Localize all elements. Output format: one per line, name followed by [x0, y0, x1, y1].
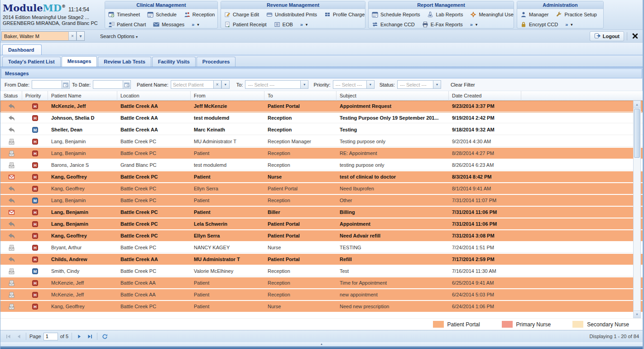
column-header-location[interactable]: Location: [117, 91, 191, 101]
chevron-down-icon: ▾: [136, 35, 138, 39]
column-header-patient-name[interactable]: Patient Name: [48, 91, 117, 101]
status-select[interactable]: --- Select --- ▾: [397, 80, 441, 89]
refresh-icon[interactable]: [101, 332, 109, 340]
ribbon-item-reception[interactable]: Reception: [184, 11, 215, 18]
ribbon-item-messages[interactable]: Messages: [153, 21, 184, 28]
to-cell: Patient Portal: [264, 257, 336, 262]
next-page-button[interactable]: [75, 332, 83, 340]
patient-dropdown-icon[interactable]: ▾: [221, 80, 230, 89]
ribbon-more-button-revenue-management[interactable]: »▾: [300, 22, 308, 27]
message-row[interactable]: HChilds, AndrewBattle Creek AAMU Adminis…: [0, 254, 643, 266]
ribbon-item-timesheet[interactable]: Timesheet: [108, 11, 140, 18]
search-dropdown-icon[interactable]: ▾: [77, 31, 85, 41]
message-row[interactable]: HJohnson, Shelia DBattle Creek AAtest mo…: [0, 112, 643, 124]
message-row[interactable]: HKang, GeoffreyBattle Creek PCEllyn Serr…: [0, 183, 643, 195]
message-row[interactable]: MSmith, CindyBattle Creek PCValorie McEl…: [0, 266, 643, 277]
column-header-subject[interactable]: Subject: [336, 91, 449, 101]
ribbon-item-schedule[interactable]: Schedule: [147, 11, 177, 18]
message-row[interactable]: HLang, BenjaminBattle Creek PCPatientRec…: [0, 148, 643, 160]
message-row[interactable]: HLang, BenjaminBattle Creek PCLela Schwe…: [0, 218, 643, 230]
ribbon-item-schedule-reports[interactable]: Schedule Reports: [372, 11, 420, 18]
mail-open-icon: [0, 150, 22, 157]
message-row[interactable]: MSheller, DeanBattle Creek AAMarc Keinat…: [0, 124, 643, 136]
to-select[interactable]: --- Select --- ▾: [245, 80, 308, 89]
main-tab-strip: Dashboard: [0, 43, 643, 55]
column-header-to[interactable]: To: [264, 91, 336, 101]
ribbon-item-meaningful-use[interactable]: Meaningful Use: [470, 11, 513, 18]
ribbon-item-exchange-ccd[interactable]: Exchange CCD: [372, 21, 415, 28]
priority-select[interactable]: --- Select --- ▾: [333, 80, 375, 89]
ribbon-item-charge-edit[interactable]: Charge Edit: [224, 11, 259, 18]
ribbon-item-undistributed-pmts[interactable]: Undistributed Pmts: [266, 11, 317, 18]
ribbon-item-patient-chart[interactable]: Patient Chart: [108, 21, 146, 28]
from-date-input[interactable]: [32, 80, 62, 89]
message-row[interactable]: HMcKenzie, JeffBattle Creek AAPatientRec…: [0, 289, 643, 301]
subject-cell: Need new prescription: [336, 304, 449, 309]
message-row[interactable]: HLang, BenjaminBattle Creek PCMU Adminis…: [0, 136, 643, 148]
ribbon-item-e-fax-reports[interactable]: E-Fax Reports: [422, 21, 463, 28]
last-page-button[interactable]: [86, 332, 94, 340]
message-row[interactable]: MLang, BenjaminBattle Creek PCPatientRec…: [0, 195, 643, 207]
to-date-calendar-icon[interactable]: [123, 80, 131, 89]
top-search-bar: × ▾ Search Options ▾ Logout: [0, 30, 643, 43]
scroll-down-icon[interactable]: ▼: [634, 310, 640, 318]
tab-messages[interactable]: Messages: [62, 56, 97, 67]
message-row[interactable]: HMcKenzie, JeffBattle Creek AAPatientRec…: [0, 277, 643, 289]
page-number-input[interactable]: [43, 333, 58, 340]
tab-procedures[interactable]: Procedures: [197, 57, 236, 67]
tools-icon[interactable]: [630, 31, 640, 41]
column-header-status[interactable]: Status: [0, 91, 22, 101]
patient-clear-icon[interactable]: ×: [213, 80, 221, 89]
ribbon-item-eob[interactable]: EOB: [274, 21, 293, 28]
patient-name-cell: Barons, Janice S: [48, 162, 117, 168]
ribbon-more-button-administration[interactable]: »▾: [565, 22, 572, 27]
tab-dashboard[interactable]: Dashboard: [2, 44, 42, 55]
message-row[interactable]: HMcKenzie, JeffBattle Creek AAJeff McKen…: [0, 101, 643, 112]
first-page-button[interactable]: [4, 332, 12, 340]
app-window: ModuleMD®11:14:54 2014 Edition Meaningfu…: [0, 0, 644, 349]
from-cell: Patient: [191, 209, 264, 215]
priority-badge: H: [32, 150, 38, 156]
message-row[interactable]: HKang, GeoffreyBattle Creek PCEllyn Serr…: [0, 230, 643, 242]
column-header-date-created[interactable]: Date Created: [449, 91, 521, 101]
clear-filter-button[interactable]: Clear Filter: [451, 82, 475, 87]
column-header-from[interactable]: From: [191, 91, 264, 101]
column-header-priority[interactable]: Priority: [22, 91, 48, 101]
ribbon-item-practice-setup[interactable]: Practice Setup: [556, 11, 597, 18]
vertical-scrollbar[interactable]: ▲ ▼: [633, 101, 641, 318]
ribbon-more-button-report-management[interactable]: »▾: [470, 22, 477, 27]
message-row[interactable]: HLang, BenjaminBattle Creek PCPatientBil…: [0, 207, 643, 218]
message-row[interactable]: HBryant, ArthurBattle Creek PCNANCY KAGE…: [0, 242, 643, 254]
from-date-calendar-icon[interactable]: [62, 80, 70, 89]
date-created-cell: 7/31/2014 11:07 PM: [449, 198, 521, 203]
search-options-button[interactable]: Search Options ▾: [100, 34, 138, 39]
mail-open-icon: [0, 244, 22, 251]
ribbon-item-encrypt-ccd[interactable]: Encrypt CCD: [520, 21, 558, 28]
patient-search-input[interactable]: [1, 31, 68, 41]
tab-facility-visits[interactable]: Facility Visits: [152, 57, 196, 67]
message-row[interactable]: HKang, GeoffreyBattle Creek PCPatientNur…: [0, 171, 643, 183]
message-row[interactable]: HKang, GeoffreyBattle Creek PCPatientNur…: [0, 301, 643, 313]
tab-review-lab-tests[interactable]: Review Lab Tests: [98, 57, 151, 67]
ribbon-more-button-clinical-management[interactable]: »▾: [192, 22, 199, 27]
collapse-handle[interactable]: ▴: [0, 342, 643, 346]
to-cell: Patient Portal: [264, 186, 336, 191]
dashboard-sub-tab-strip: Today's Patient ListMessagesReview Lab T…: [0, 55, 643, 68]
ribbon-item-manager[interactable]: Manager: [520, 11, 548, 18]
logout-button[interactable]: Logout: [590, 31, 624, 41]
to-date-input[interactable]: [93, 80, 123, 89]
message-row[interactable]: HBarons, Janice SGrand Blanc PCtest modu…: [0, 160, 643, 171]
tab-today-s-patient-list[interactable]: Today's Patient List: [2, 57, 61, 67]
status-filter-label: Status:: [380, 82, 395, 87]
search-clear-icon[interactable]: ×: [68, 31, 77, 41]
legend-item-primary-nurse: Primary Nurse: [502, 321, 551, 328]
previous-page-button[interactable]: [14, 332, 23, 340]
ribbon-item-profile-charge[interactable]: Profile Charge: [324, 11, 365, 18]
ribbon-item-patient-receipt[interactable]: Patient Receipt: [224, 21, 267, 28]
legend-swatch: [572, 321, 583, 328]
ribbon-item-lab-reports[interactable]: Lab Reports: [427, 11, 463, 18]
patient-name-input[interactable]: [171, 80, 213, 89]
scrollbar-thumb[interactable]: [634, 109, 640, 158]
to-select-dropdown-icon: ▾: [300, 81, 308, 88]
scroll-up-icon[interactable]: ▲: [634, 101, 640, 108]
